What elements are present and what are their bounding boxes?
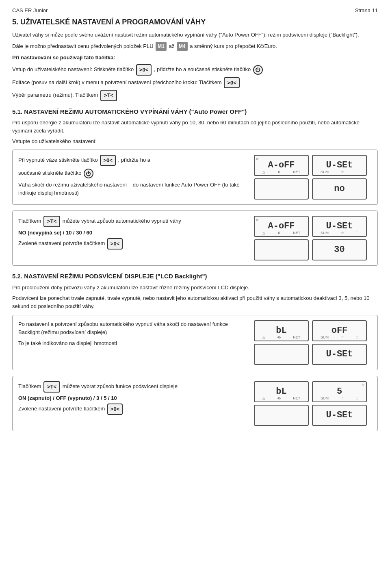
- info-box-3-text: Po nastavení a potvrzení způsobu automat…: [18, 320, 249, 365]
- display-empty-1: [254, 178, 309, 200]
- triangle-right-4: ▽: [362, 383, 364, 387]
- display-a-off-1: ▷ A-oFF △ ·0· NET: [254, 155, 309, 176]
- display-sub-uset1: SUM ☆ □: [313, 170, 366, 174]
- btn-t-vyber[interactable]: >T<: [100, 90, 117, 101]
- display-label-uset4: U-SEt: [326, 411, 353, 420]
- display-label-5: 5: [337, 387, 342, 396]
- display-uset-3: U-SEt: [312, 344, 367, 365]
- display-label-uset2: U-SEt: [326, 222, 353, 231]
- page-header: CAS ER Junior Strana 11: [12, 7, 378, 13]
- box4-text3: ON (zapnuto) / OFF (vypnuto) / 3 / 5 / 1…: [18, 394, 249, 402]
- display-uset-1: U-SEt SUM ☆ □: [312, 155, 367, 176]
- box1-text2: , přidržte ho a: [118, 157, 150, 163]
- btn-0-editace[interactable]: >0<: [224, 77, 239, 89]
- display-empty-4: [254, 405, 309, 426]
- displays-box2: ▷ A-oFF △ ·0· NET U-SEt SUM ☆ □ 30: [254, 216, 372, 260]
- display-row-4a: bL △ ·0· NET ▽ 5 SUM ☆ □: [254, 381, 372, 402]
- box1-text1: Při vypnuté váze stiskněte tlačítko: [18, 157, 98, 163]
- box2-text2: můžete vybrat způsob automatického vypnu…: [63, 218, 181, 224]
- vyber-line: Výběr parametru (režimu): Tlačítkem >T<: [12, 90, 378, 101]
- display-label-bl2: bL: [276, 387, 286, 396]
- section52-intro1: Pro prodloužení doby provozu váhy z akum…: [12, 284, 378, 292]
- vstup-line: Vstup do uživatelského nastavení: Stiskn…: [12, 64, 378, 76]
- info-box-2-text: Tlačítkem >T< můžete vybrat způsob autom…: [18, 216, 249, 260]
- display-sub-2: △ ·0· NET: [255, 231, 308, 235]
- display-sub-5: SUM ☆ □: [313, 396, 366, 400]
- info-box-3: Po nastavení a potvrzení způsobu automat…: [12, 315, 378, 370]
- display-label-uset1: U-SEt: [326, 161, 353, 170]
- display-5: ▽ 5 SUM ☆ □: [312, 381, 367, 402]
- box2-text3: NO (nevypíná se) / 10 / 30 / 60: [18, 229, 249, 237]
- btn-t-box2[interactable]: >T<: [43, 216, 60, 227]
- box2-text1: Tlačítkem: [18, 218, 41, 224]
- btn-0-vstup[interactable]: >0<: [136, 64, 152, 76]
- btn-t-box4[interactable]: >T<: [43, 381, 60, 393]
- vyber-text: Výběr parametru (režimu): Tlačítkem: [12, 92, 98, 98]
- triangle-left-2: ▷: [256, 218, 259, 221]
- box4-text1: Tlačítkem: [18, 384, 41, 390]
- display-row-4b: U-SEt: [254, 405, 372, 426]
- box1-text4: Váha skočí do režimu uživatelského nasta…: [18, 181, 249, 197]
- editace-line: Editace (posuv na další krok) v menu a p…: [12, 77, 378, 89]
- display-label-aoff2: A-oFF: [268, 222, 295, 231]
- display-row-3b: U-SEt: [254, 344, 372, 365]
- plu-az: až: [169, 43, 175, 49]
- section5-title: 5. UŽIVATELSKÉ NASTAVENÍ A PROGRAMOVÁNÍ …: [12, 17, 378, 27]
- info-box-2: Tlačítkem >T< můžete vybrat způsob autom…: [12, 210, 378, 266]
- display-empty-3: [254, 344, 309, 365]
- displays-box4: bL △ ·0· NET ▽ 5 SUM ☆ □ U-SEt: [254, 381, 372, 426]
- display-sub-bl1: △ ·0· NET: [255, 335, 308, 339]
- box1-text3: současně stiskněte tlačítko: [18, 170, 81, 176]
- display-label-aoff1: A-oFF: [268, 161, 295, 170]
- triangle-left: ▷: [256, 157, 259, 161]
- btn-0-box4[interactable]: >0<: [107, 404, 123, 415]
- display-sub-bl2: △ ·0· NET: [255, 396, 308, 400]
- display-bl-1: bL △ ·0· NET: [254, 320, 309, 341]
- display-off-3: oFF SUM ☆ □: [312, 320, 367, 341]
- display-row-2a: ▷ A-oFF △ ·0· NET U-SEt SUM ☆ □: [254, 216, 372, 237]
- section52-intro2: Podsvícení lze ponechat trvale zapnuté, …: [12, 294, 378, 310]
- box3-text1: Po nastavení a potvrzení způsobu automat…: [18, 320, 249, 336]
- badge-m1: M1: [156, 42, 167, 51]
- display-no-1: no: [312, 178, 367, 200]
- vstup-text2: , přidržte ho a současně stiskněte tlačí…: [154, 67, 251, 73]
- display-label-uset3: U-SEt: [326, 350, 353, 359]
- plu-text-before: Dále je možno přednastavit cenu předvole…: [12, 43, 154, 49]
- plu-text-after: a směnný kurs pro přepočet Kč/Euro.: [190, 43, 277, 49]
- vstupte-text: Vstupte do uživatelského nastavení:: [12, 137, 378, 145]
- btn-power-box1[interactable]: ⏻: [84, 169, 93, 178]
- display-label-30: 30: [334, 245, 344, 254]
- display-bl-2: bL △ ·0· NET: [254, 381, 309, 402]
- section52-title: 5.2. NASTAVENÍ REŽIMU PODSVÍCENÍ DISPLEJ…: [12, 272, 378, 280]
- display-label-bl1: bL: [276, 326, 286, 335]
- buttons-title-text: Při nastavování se používají tato tlačít…: [12, 54, 115, 61]
- btn-power[interactable]: ⏻: [253, 65, 263, 75]
- info-box-4-text: Tlačítkem >T< můžete vybrat způsob funkc…: [18, 381, 249, 426]
- header-right: Strana 11: [355, 7, 378, 13]
- info-box-4: Tlačítkem >T< můžete vybrat způsob funkc…: [12, 376, 378, 431]
- display-30: 30: [312, 239, 367, 260]
- display-label-off3: oFF: [332, 326, 348, 335]
- section51-title: 5.1. NASTAVENÍ REŽIMU AUTOMATICKÉHO VYPÍ…: [12, 108, 378, 116]
- display-row-1b: no: [254, 178, 372, 200]
- info-box-1-text: Při vypnuté váze stiskněte tlačítko >0< …: [18, 155, 249, 200]
- box3-text2: To je také indikováno na displeji hmotno…: [18, 339, 249, 347]
- vstup-text: Vstup do uživatelského nastavení: Stiskn…: [12, 67, 134, 73]
- displays-box3: bL △ ·0· NET oFF SUM ☆ □ U-SEt: [254, 320, 372, 365]
- btn-0-box2[interactable]: >0<: [107, 238, 123, 250]
- display-uset-4: U-SEt: [312, 405, 367, 426]
- btn-0-box1[interactable]: >0<: [100, 155, 115, 166]
- info-box-1: Při vypnuté váze stiskněte tlačítko >0< …: [12, 150, 378, 205]
- display-row-2b: 30: [254, 239, 372, 260]
- display-a-off-2: ▷ A-oFF △ ·0· NET: [254, 216, 309, 237]
- section51-intro: Pro úsporu energie z akumulátoru lze nas…: [12, 119, 378, 135]
- editace-text: Editace (posuv na další krok) v menu a p…: [12, 79, 222, 85]
- display-row-1a: ▷ A-oFF △ ·0· NET U-SEt SUM ☆ □: [254, 155, 372, 176]
- display-sub-off3: SUM ☆ □: [313, 335, 366, 339]
- display-uset-2: U-SEt SUM ☆ □: [312, 216, 367, 237]
- display-sub-uset2: SUM ☆ □: [313, 231, 366, 235]
- display-sub-1: △ ·0· NET: [255, 170, 308, 174]
- plu-line: Dále je možno přednastavit cenu předvole…: [12, 42, 378, 51]
- display-label-no: no: [334, 184, 344, 193]
- display-empty-2: [254, 239, 309, 260]
